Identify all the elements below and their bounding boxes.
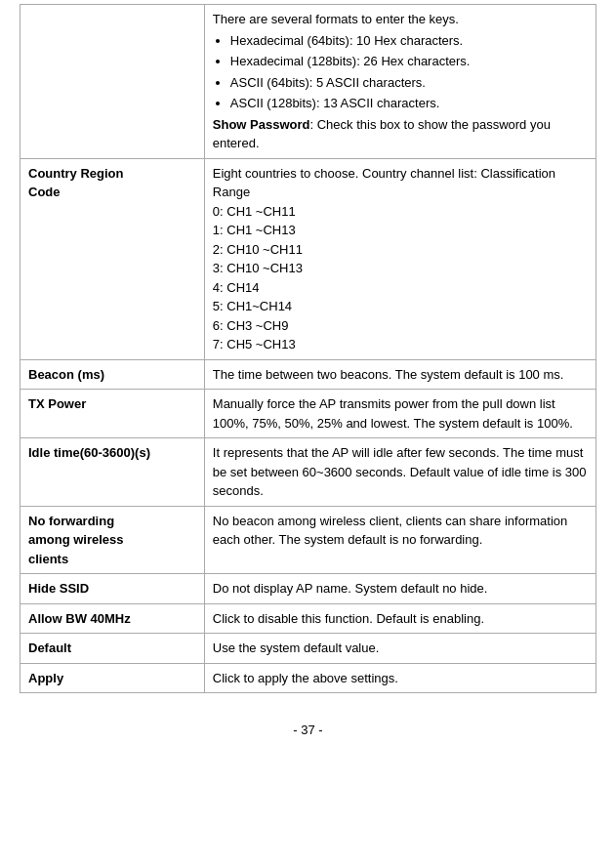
- table-row: ApplyClick to apply the above settings.: [21, 663, 596, 693]
- row-content: There are several formats to enter the k…: [204, 5, 595, 159]
- row-header: [21, 5, 205, 159]
- row-header: Country Region Code: [21, 158, 205, 359]
- row-content: Click to apply the above settings.: [204, 663, 595, 693]
- table-row: Beacon (ms)The time between two beacons.…: [21, 359, 596, 390]
- row-content: Manually force the AP transmits power fr…: [204, 390, 595, 438]
- row-content: Eight countries to choose. Country chann…: [204, 158, 595, 359]
- row-content: Use the system default value.: [204, 634, 595, 664]
- row-header: Hide SSID: [21, 574, 205, 604]
- row-content: It represents that the AP will idle afte…: [204, 438, 595, 507]
- row-content: Click to disable this function. Default …: [204, 603, 595, 634]
- row-header: Beacon (ms): [21, 359, 205, 390]
- table-row: Hide SSIDDo not display AP name. System …: [21, 574, 596, 604]
- page-number: - 37 -: [293, 723, 322, 737]
- table-row: No forwarding among wireless clientsNo b…: [21, 506, 596, 574]
- table-row: TX PowerManually force the AP transmits …: [21, 390, 596, 438]
- row-header: Default: [21, 634, 205, 664]
- table-row: Idle time(60-3600)(s)It represents that …: [21, 438, 596, 507]
- row-content: The time between two beacons. The system…: [204, 359, 595, 390]
- table-row: There are several formats to enter the k…: [21, 5, 596, 159]
- table-row: Allow BW 40MHzClick to disable this func…: [21, 603, 596, 634]
- table-row: Country Region CodeEight countries to ch…: [21, 158, 596, 359]
- table-row: DefaultUse the system default value.: [21, 634, 596, 664]
- row-header: Apply: [21, 663, 205, 693]
- row-header: TX Power: [21, 390, 205, 438]
- row-header: Allow BW 40MHz: [21, 603, 205, 634]
- row-header: No forwarding among wireless clients: [21, 506, 205, 574]
- page-wrapper: There are several formats to enter the k…: [0, 0, 616, 757]
- row-content: No beacon among wireless client, clients…: [204, 506, 595, 574]
- row-content: Do not display AP name. System default n…: [204, 574, 595, 604]
- row-header: Idle time(60-3600)(s): [21, 438, 205, 507]
- reference-table: There are several formats to enter the k…: [20, 4, 596, 693]
